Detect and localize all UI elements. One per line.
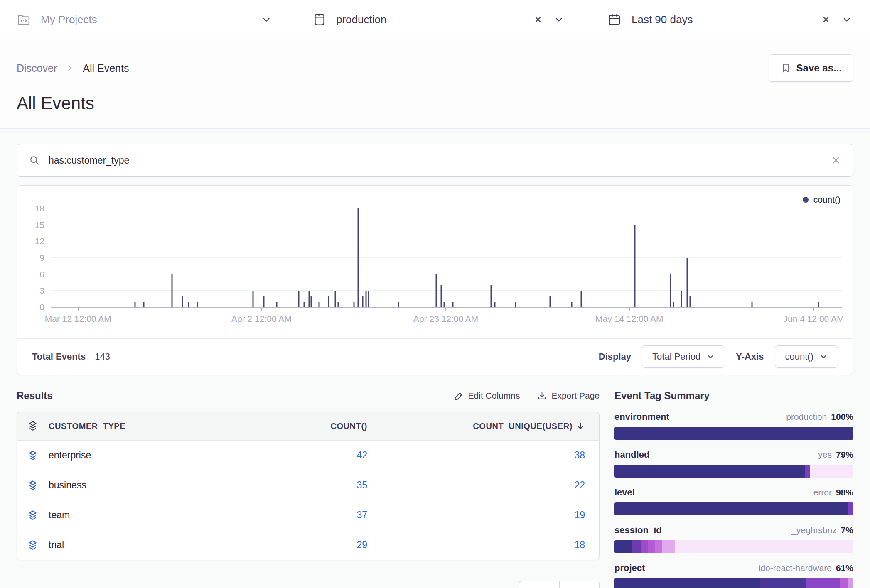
- date-range-filter-label: Last 90 days: [632, 13, 693, 26]
- chart-bar[interactable]: [308, 291, 310, 307]
- stack-icon: [17, 510, 49, 521]
- x-axis-tick-mark: [261, 307, 262, 311]
- customer-type-cell: trial: [49, 539, 225, 551]
- tag-bar-segment: [810, 465, 853, 478]
- chart-bar[interactable]: [440, 285, 442, 307]
- chart-bar[interactable]: [298, 291, 299, 307]
- chart-bar[interactable]: [143, 302, 144, 307]
- y-axis-tick-label: 9: [20, 253, 44, 263]
- chart-bar[interactable]: [263, 296, 265, 307]
- yaxis-dropdown[interactable]: count(): [775, 345, 838, 368]
- clear-environment-icon[interactable]: [533, 15, 543, 24]
- chart-bar[interactable]: [398, 302, 399, 307]
- project-filter[interactable]: My Projects: [0, 0, 288, 39]
- chart-bar[interactable]: [673, 302, 674, 307]
- chart-bar[interactable]: [365, 291, 366, 307]
- table-row[interactable]: team3719: [17, 500, 599, 530]
- chart-bar[interactable]: [354, 302, 355, 307]
- chart-bar[interactable]: [319, 302, 320, 307]
- table-row[interactable]: enterprise4238: [17, 440, 599, 470]
- count-link[interactable]: 37: [356, 510, 367, 520]
- chart-bar[interactable]: [515, 302, 516, 307]
- breadcrumb-discover[interactable]: Discover: [17, 62, 57, 74]
- count-unique-user-cell: 38: [379, 450, 599, 461]
- chart-bar[interactable]: [452, 302, 454, 307]
- chart-gridline: [51, 274, 842, 274]
- chevron-down-icon[interactable]: [554, 15, 564, 24]
- chart-bar[interactable]: [681, 291, 682, 307]
- clear-date-icon[interactable]: [821, 15, 831, 24]
- column-header-customer-type[interactable]: CUSTOMER_TYPE: [49, 421, 225, 431]
- chart-bar[interactable]: [494, 302, 496, 307]
- events-chart[interactable]: count() 0369121518Mar 12 12:00 AMApr 2 1…: [17, 186, 853, 338]
- tag-distribution-bar[interactable]: [614, 578, 853, 588]
- tag-label-row: session_id_yeghrsbnz7%: [614, 525, 853, 536]
- tag-distribution-bar[interactable]: [614, 502, 853, 515]
- chart-bar[interactable]: [304, 302, 305, 307]
- chart-bar[interactable]: [634, 225, 636, 307]
- search-icon: [29, 154, 40, 166]
- edit-columns-button[interactable]: Edit Columns: [454, 391, 520, 401]
- count-link[interactable]: 29: [356, 539, 367, 550]
- chevron-down-icon[interactable]: [842, 15, 852, 24]
- chart-bar[interactable]: [134, 302, 135, 307]
- chart-bar[interactable]: [182, 296, 183, 307]
- yaxis-dropdown-value: count(): [785, 351, 813, 362]
- chart-bar[interactable]: [276, 302, 277, 307]
- events-chart-panel: count() 0369121518Mar 12 12:00 AMApr 2 1…: [17, 185, 853, 375]
- chart-bar[interactable]: [571, 302, 572, 307]
- save-as-button[interactable]: Save as...: [769, 54, 853, 82]
- date-range-filter[interactable]: Last 90 days: [582, 0, 870, 39]
- chart-bar[interactable]: [436, 274, 437, 307]
- chart-bar[interactable]: [444, 302, 445, 307]
- count-unique-user-link[interactable]: 18: [574, 539, 585, 550]
- chart-bar[interactable]: [188, 302, 189, 307]
- column-header-count-unique-user[interactable]: COUNT_UNIQUE(USER): [379, 421, 599, 431]
- count-link[interactable]: 42: [356, 450, 367, 461]
- display-dropdown[interactable]: Total Period: [642, 345, 725, 368]
- breadcrumb: Discover All Events: [17, 62, 129, 74]
- results-table-body: enterprise4238business3522team3719trial2…: [17, 440, 599, 560]
- search-input[interactable]: [49, 155, 831, 166]
- chart-legend[interactable]: count(): [803, 195, 841, 205]
- count-link[interactable]: 35: [356, 480, 367, 490]
- chart-bar[interactable]: [197, 302, 198, 307]
- count-unique-user-link[interactable]: 22: [574, 480, 585, 490]
- tag-distribution-bar[interactable]: [614, 427, 853, 440]
- table-row[interactable]: trial2918: [17, 530, 599, 560]
- chart-bar[interactable]: [670, 274, 671, 307]
- tag-bar-segment: [840, 578, 847, 588]
- chart-bar[interactable]: [172, 274, 173, 307]
- environment-filter[interactable]: production: [288, 0, 582, 39]
- chart-bar[interactable]: [338, 302, 339, 307]
- chart-bar[interactable]: [368, 291, 369, 307]
- chart-bar[interactable]: [328, 296, 329, 307]
- chevron-down-icon[interactable]: [261, 14, 272, 25]
- chart-gridline: [51, 241, 842, 241]
- count-unique-user-link[interactable]: 38: [574, 450, 585, 461]
- chart-bar[interactable]: [818, 302, 819, 307]
- chart-bar[interactable]: [311, 296, 312, 307]
- chart-bar[interactable]: [362, 296, 364, 307]
- chart-bar[interactable]: [357, 208, 359, 307]
- tag-distribution-bar[interactable]: [614, 540, 853, 553]
- tag-bar-segment: [675, 540, 853, 553]
- table-row[interactable]: business3522: [17, 470, 599, 500]
- chart-bar[interactable]: [490, 285, 492, 307]
- tag-distribution-bar[interactable]: [614, 465, 853, 478]
- stack-icon: [17, 480, 49, 491]
- chart-bar[interactable]: [751, 302, 752, 307]
- count-unique-user-link[interactable]: 19: [574, 510, 585, 520]
- previous-page-button[interactable]: [519, 581, 559, 588]
- next-page-button[interactable]: [559, 581, 600, 588]
- chart-bar[interactable]: [550, 296, 551, 307]
- chart-bar[interactable]: [690, 296, 691, 307]
- export-page-button[interactable]: Export Page: [537, 391, 600, 401]
- chart-bar[interactable]: [252, 291, 253, 307]
- chart-bar[interactable]: [580, 291, 582, 307]
- clear-search-icon[interactable]: [831, 155, 841, 166]
- chart-bar[interactable]: [686, 258, 688, 307]
- count-unique-user-cell: 19: [379, 510, 599, 521]
- chart-bar[interactable]: [334, 291, 336, 307]
- column-header-count[interactable]: COUNT(): [225, 421, 379, 431]
